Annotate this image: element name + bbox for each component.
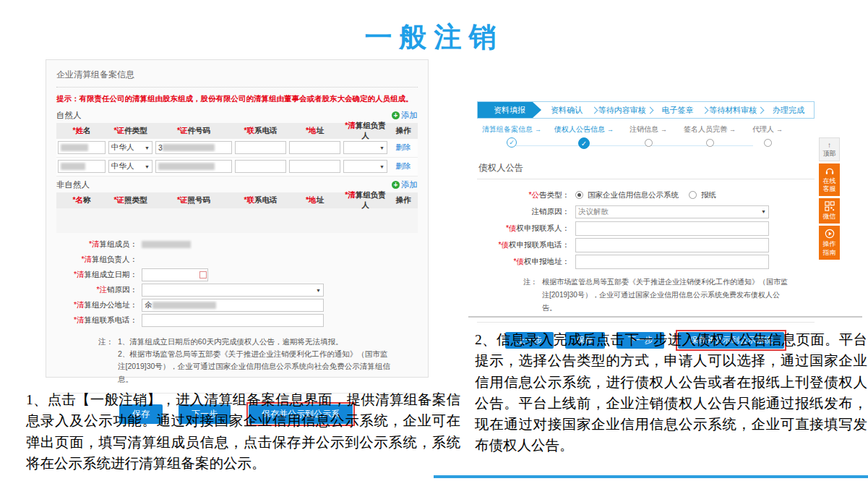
qr-code-icon [825,201,835,211]
office-address-input[interactable]: 余 [142,299,324,312]
notes: 注： 根据市场监管总局等五部委《关于推进企业注销便利化工作的通知》（国市监注[2… [523,276,815,315]
calendar-icon[interactable] [199,271,207,278]
table-row: 中华人▼ ▼ 删除 [56,158,418,177]
claim-phone-input[interactable] [575,238,769,252]
slide: 一般注销 企业清算组备案信息 提示：有限责任公司的清算组由股东组成，股份有限公司… [0,0,868,489]
step-creditor-announcement[interactable]: 债权人公告信息→ ✓ [546,124,622,152]
arrow-icon: → [776,126,783,133]
empty-circle-icon [645,139,653,147]
step-indicator: 清算组备案信息→ ✓ 债权人公告信息→ ✓ 注销信息→ 签名人员完善→ 代理人→ [477,124,815,152]
step-deregistration-info[interactable]: 注销信息→ [622,124,675,152]
operation-guide-button[interactable]: 操作指南 [819,226,840,260]
cert-no-input[interactable]: 3 [155,141,232,154]
col-header-address: *地址 [288,195,342,205]
online-service-button[interactable]: 在线客服 [819,163,840,197]
tab-content-review[interactable]: 等待内容审核 [597,102,648,118]
redacted-value [152,302,216,309]
col-header-name: *姓名 [56,126,107,136]
headset-icon [825,166,835,176]
add-non-natural-person-link[interactable]: + 添加 [392,179,418,190]
redacted-value [158,163,215,170]
decorative-bottom-line [434,475,868,478]
step-signer-completion[interactable]: 签名人员完善→ [675,124,744,152]
page-title: 一般注销 [0,19,868,56]
redacted-value [163,144,215,151]
col-header-license-no: *证照号码 [154,195,233,205]
arrow-icon: → [661,126,667,133]
col-header-phone: *联系电话 [233,126,288,136]
phone-input[interactable] [235,141,286,154]
tab-data-filling[interactable]: 资料填报 [478,102,541,118]
name-input[interactable] [58,141,106,154]
liquidation-filing-screenshot: 企业清算组备案信息 提示：有限责任公司的清算组由股东组成，股份有限公司的清算组由… [46,59,429,378]
step-liquidation-filing[interactable]: 清算组备案信息→ ✓ [477,124,546,152]
radio-newspaper[interactable] [689,191,697,199]
arrow-icon: → [535,126,541,133]
divider [477,179,815,179]
cert-no-input[interactable] [155,160,232,173]
address-input[interactable] [289,160,340,173]
section-natural-person: 自然人 [56,110,82,121]
claim-phone-label: *债权申报联系电话： [477,240,570,250]
radio-credit-system[interactable] [575,191,583,199]
divider [477,322,815,323]
leader-label: *清算组负责人： [56,255,137,265]
redacted-value [142,241,191,248]
floating-toolbar: ↑ 顶部 在线客服 微信 操 [819,137,840,260]
delete-row-link[interactable]: 删除 [396,161,411,170]
col-header-name: *名称 [56,195,107,205]
step-agent[interactable]: 代理人→ [744,124,791,152]
redacted-value [61,144,88,151]
member-label: *清算组成员： [56,239,137,250]
leader-select[interactable]: ▼ [343,141,387,154]
reason-select[interactable]: 决议解散▼ [575,205,769,218]
chevron-down-icon: ▼ [761,209,766,214]
delete-row-link[interactable]: 删除 [396,143,411,151]
claim-address-input[interactable] [575,255,769,269]
empty-table-body [56,208,418,233]
redacted-value [61,163,85,170]
divider [56,87,418,88]
back-to-top-button[interactable]: ↑ 顶部 [819,137,840,161]
date-input[interactable] [142,268,208,281]
check-icon: ✓ [507,137,517,148]
note-line: 1、清算组成立日期后的60天内完成债权人公告，逾期将无法填报。 [118,336,392,348]
tab-material-review[interactable]: 等待材料审核 [708,102,758,118]
col-header-address: *地址 [288,126,342,136]
address-input[interactable] [289,141,340,154]
note-line: 2、根据市场监管总局等五部委《关于推进企业注销便利化工作的通知》（国市监注[20… [118,348,392,386]
wechat-qr-button[interactable]: 微信 [819,198,840,224]
reason-select[interactable]: ▼ [142,284,324,297]
add-natural-person-link[interactable]: + 添加 [392,110,418,121]
chevron-down-icon: ▼ [145,145,150,150]
up-arrow-icon: ↑ [820,140,839,150]
claim-contact-label: *债权申报联系人： [477,224,570,234]
play-icon [825,229,835,239]
cert-type-select[interactable]: 中华人▼ [108,141,152,154]
table-header-row: *名称 *证照类型 *证照号码 *联系电话 *地址 *清算组负责人 操作 [56,192,418,208]
tab-e-signature[interactable]: 电子签章 [653,102,703,118]
tab-complete[interactable]: 办理完成 [763,102,814,118]
add-label: 添加 [401,179,418,190]
section-non-natural-person: 非自然人 [56,179,90,190]
leader-select[interactable]: ▼ [343,160,387,173]
col-header-action: 操作 [389,195,418,205]
radio-label: 国家企业信用信息公示系统 [588,190,679,200]
claim-address-label: *债权申报地址： [477,257,570,267]
phone-input[interactable] [235,160,286,173]
name-input[interactable] [58,160,106,173]
table-header-row: *姓名 *证件类型 *证件号码 *联系电话 *地址 *清算组负责人 操作 [56,123,418,139]
claim-contact-input[interactable] [575,221,769,236]
note-label: 注： [98,336,113,386]
notes: 注： 1、清算组成立日期后的60天内完成债权人公告，逾期将无法填报。 2、根据市… [98,336,418,386]
add-label: 添加 [401,110,418,121]
plus-icon: + [392,181,400,189]
note-label: 注： [523,276,538,315]
panel-title: 企业清算组备案信息 [56,67,418,87]
cert-type-select[interactable]: 中华人▼ [108,160,152,173]
tab-data-confirm[interactable]: 资料确认 [541,102,592,118]
group-phone-input[interactable] [142,314,324,327]
arrow-icon: → [729,126,736,133]
chevron-down-icon: ▼ [379,145,384,150]
natural-person-table: *姓名 *证件类型 *证件号码 *联系电话 *地址 *清算组负责人 操作 中华人… [56,123,418,177]
